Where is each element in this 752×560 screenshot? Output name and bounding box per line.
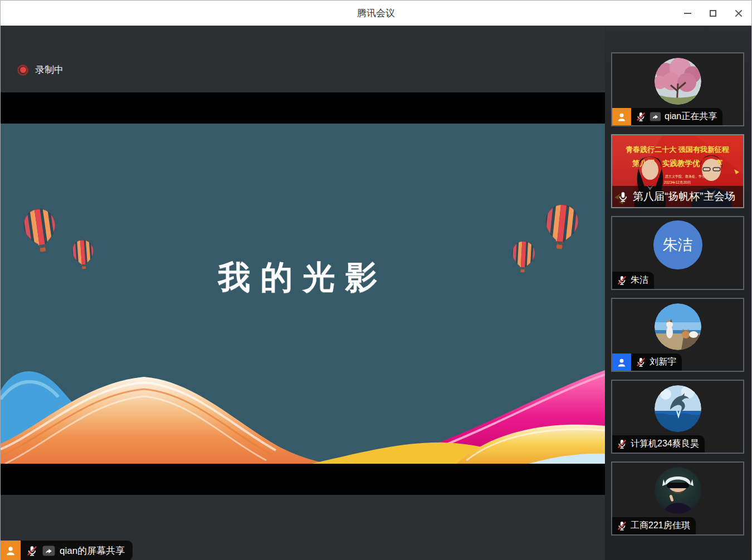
participant-label: 计算机234蔡良昊 <box>612 435 705 453</box>
stage-top-band: 录制中 <box>1 26 605 92</box>
window-title: 腾讯会议 <box>357 7 395 19</box>
mic-muted-icon <box>617 439 627 449</box>
participant-name: 第八届“扬帆杯”主会场 <box>633 189 735 204</box>
letterbox-bottom <box>1 464 605 495</box>
participant-label: 工商221房佳琪 <box>612 517 696 534</box>
participant-tile-liuxinyu[interactable]: 刘新宇 <box>611 298 744 372</box>
participant-name: 朱洁 <box>631 274 648 286</box>
avatar <box>655 58 701 105</box>
hot-air-balloon-icon <box>541 202 582 251</box>
recording-indicator[interactable]: 录制中 <box>17 63 64 76</box>
mic-muted-icon <box>26 545 38 557</box>
close-button[interactable] <box>726 1 751 26</box>
participant-name: 工商221房佳琪 <box>631 520 690 532</box>
letterbox-top <box>1 92 605 124</box>
host-badge-icon <box>612 108 631 125</box>
initials-avatar: 朱洁 <box>653 220 702 269</box>
avatar <box>655 303 701 350</box>
cohost-badge-icon <box>612 353 631 371</box>
participants-sidebar: qian正在共享 青春践行二十大 强国有我新征程 <box>605 26 751 560</box>
svg-text:2023年12月20日: 2023年12月20日 <box>664 180 691 185</box>
mic-muted-icon <box>636 111 646 122</box>
dolphin-avatar-image <box>655 385 701 432</box>
slide-wave-graphic <box>1 360 605 464</box>
close-icon <box>735 9 743 17</box>
recording-label: 录制中 <box>35 63 64 76</box>
presentation-slide: 我的光影 <box>1 124 605 464</box>
svg-text:青春践行二十大 强国有我新征程: 青春践行二十大 强国有我新征程 <box>626 145 730 154</box>
participant-tile-cailianghao[interactable]: 计算机234蔡良昊 <box>611 380 744 454</box>
participant-name: 计算机234蔡良昊 <box>631 438 699 450</box>
participant-tile-fangjiaqi[interactable]: 工商221房佳琪 <box>611 461 744 536</box>
participant-name: qian正在共享 <box>665 111 717 122</box>
recording-dot-icon <box>17 65 28 76</box>
avatar-initials: 朱洁 <box>663 235 693 255</box>
screen-share-label: qian的屏幕共享 <box>60 544 125 557</box>
maximize-icon <box>710 10 716 17</box>
participant-tile-main-venue[interactable]: 青春践行二十大 强国有我新征程 第八届 实践教学优 大赛 思主义学院、教务处、学… <box>611 134 744 208</box>
mic-muted-icon <box>617 275 627 286</box>
slide-title: 我的光影 <box>1 256 605 299</box>
window-controls <box>675 1 751 26</box>
participant-label: 朱洁 <box>612 272 654 289</box>
stage-bottom-band: qian的屏幕共享 <box>1 495 605 560</box>
avatar <box>655 385 701 432</box>
avatar <box>655 467 701 514</box>
participant-name: 刘新宇 <box>650 356 676 368</box>
mic-on-icon <box>617 191 629 203</box>
meeting-window: 腾讯会议 录制中 我的光影 <box>0 0 752 560</box>
participant-tile-zhujie[interactable]: 朱洁 朱洁 <box>611 216 744 290</box>
screen-share-icon <box>650 112 661 121</box>
minimize-icon <box>684 13 691 14</box>
mic-muted-icon <box>617 520 627 531</box>
screen-share-banner[interactable]: qian的屏幕共享 <box>1 541 133 560</box>
cats-beach-avatar-image <box>655 303 701 350</box>
screen-share-icon <box>42 546 55 556</box>
anime-avatar-image <box>655 467 701 514</box>
maximize-button[interactable] <box>700 1 726 26</box>
mic-muted-icon <box>636 357 646 367</box>
cherry-blossom-avatar-image <box>655 58 701 105</box>
participant-label: 第八届“扬帆杯”主会场 <box>612 186 743 207</box>
participant-label: 刘新宇 <box>612 353 682 371</box>
titlebar: 腾讯会议 <box>1 1 751 26</box>
hot-air-balloon-icon <box>20 206 60 254</box>
participant-label: qian正在共享 <box>612 108 722 125</box>
shared-screen-stage: 录制中 我的光影 <box>1 26 605 560</box>
minimize-button[interactable] <box>675 1 700 26</box>
participant-tile-qian[interactable]: qian正在共享 <box>611 52 744 126</box>
host-badge-icon <box>1 541 21 560</box>
